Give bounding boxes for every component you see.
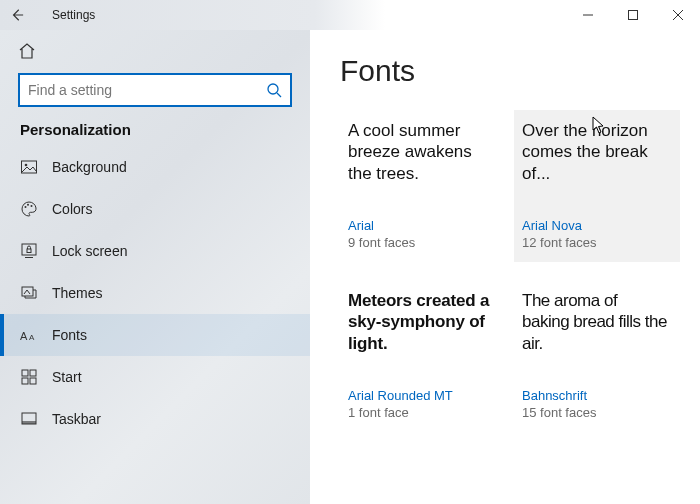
section-header: Personalization [0,121,310,146]
palette-icon [20,200,38,218]
sidebar-item-background[interactable]: Background [0,146,310,188]
font-faces: 12 font faces [522,235,668,250]
svg-line-5 [277,93,281,97]
maximize-button[interactable] [610,0,655,30]
close-button[interactable] [655,0,700,30]
sidebar: Personalization Background Colors [0,30,310,504]
font-name: Bahnschrift [522,388,668,403]
font-card-arial-nova[interactable]: Over the horizon comes the break of... A… [514,110,680,262]
font-faces: 15 font faces [522,405,668,420]
home-icon[interactable] [18,42,36,60]
sidebar-item-label: Start [52,369,82,385]
svg-rect-17 [22,370,28,376]
sidebar-item-lock-screen[interactable]: Lock screen [0,230,310,272]
font-sample: A cool summer breeze awakens the trees. [348,120,494,208]
font-name: Arial [348,218,494,233]
svg-rect-22 [22,421,36,424]
back-icon[interactable] [10,8,24,22]
sidebar-item-label: Taskbar [52,411,101,427]
svg-point-4 [268,84,278,94]
sidebar-item-label: Fonts [52,327,87,343]
font-name: Arial Rounded MT [348,388,494,403]
minimize-button[interactable] [565,0,610,30]
svg-rect-1 [628,11,637,20]
font-faces: 1 font face [348,405,494,420]
image-icon [20,158,38,176]
sidebar-item-start[interactable]: Start [0,356,310,398]
sidebar-item-label: Themes [52,285,103,301]
svg-point-9 [27,204,29,206]
font-name: Arial Nova [522,218,668,233]
nav-list: Background Colors Lock screen [0,146,310,504]
font-grid: A cool summer breeze awakens the trees. … [340,110,680,432]
sidebar-item-fonts[interactable]: AA Fonts [0,314,310,356]
svg-rect-6 [22,161,37,173]
svg-point-8 [25,206,27,208]
font-card-arial[interactable]: A cool summer breeze awakens the trees. … [340,110,506,262]
font-faces: 9 font faces [348,235,494,250]
start-icon [20,368,38,386]
lock-screen-icon [20,242,38,260]
font-sample: The aroma of baking bread fills the air. [522,290,668,378]
search-box[interactable] [18,73,292,107]
window-title: Settings [52,8,95,22]
svg-text:A: A [29,333,35,342]
svg-rect-19 [22,378,28,384]
font-sample: Meteors created a sky-symphony of light. [348,290,494,378]
search-icon [266,82,282,98]
svg-rect-18 [30,370,36,376]
sidebar-item-label: Background [52,159,127,175]
titlebar: Settings [0,0,700,30]
svg-point-10 [31,205,33,207]
fonts-icon: AA [20,326,38,344]
taskbar-icon [20,410,38,428]
cursor-icon [592,116,606,134]
search-input[interactable] [28,82,266,98]
themes-icon [20,284,38,302]
sidebar-item-colors[interactable]: Colors [0,188,310,230]
sidebar-item-label: Colors [52,201,92,217]
window-controls [565,0,700,30]
content-area: Fonts A cool summer breeze awakens the t… [310,30,700,504]
font-card-bahnschrift[interactable]: The aroma of baking bread fills the air.… [514,280,680,432]
settings-window: Settings [0,0,700,504]
svg-rect-12 [27,249,31,253]
sidebar-item-taskbar[interactable]: Taskbar [0,398,310,440]
font-card-arial-rounded[interactable]: Meteors created a sky-symphony of light.… [340,280,506,432]
sidebar-item-themes[interactable]: Themes [0,272,310,314]
sidebar-item-label: Lock screen [52,243,127,259]
page-title: Fonts [340,54,680,88]
svg-text:A: A [20,330,28,342]
svg-rect-20 [30,378,36,384]
svg-point-7 [25,164,28,167]
